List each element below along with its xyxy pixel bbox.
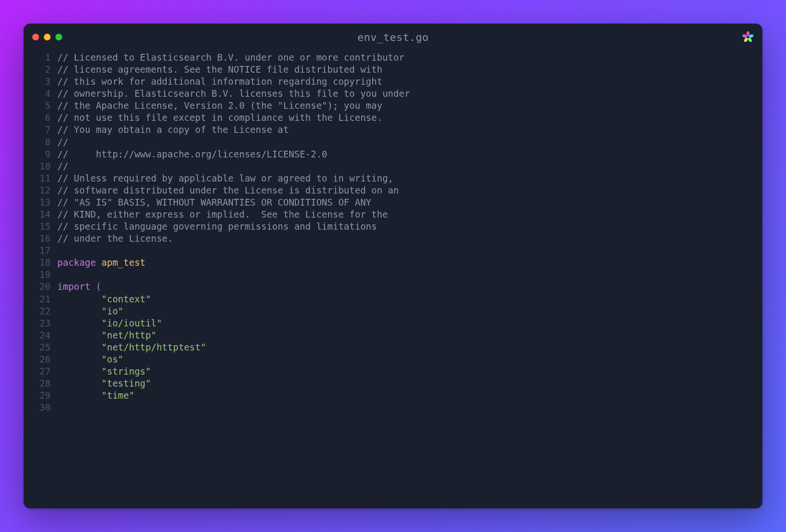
code-line: 17 (24, 245, 762, 257)
line-number: 6 (24, 112, 57, 124)
token-keyword: import (57, 281, 91, 292)
line-content: "context" (57, 293, 762, 305)
line-content: // specific language governing permissio… (57, 221, 762, 233)
code-line: 26 "os" (24, 353, 762, 365)
token-comment: // "AS IS" BASIS, WITHOUT WARRANTIES OR … (57, 197, 371, 208)
line-content: "strings" (57, 365, 762, 377)
line-content: "io" (57, 305, 762, 317)
token-plain (57, 354, 102, 364)
code-line: 3// this work for additional information… (24, 76, 762, 88)
line-content: // You may obtain a copy of the License … (57, 124, 762, 136)
token-comment: // Licensed to Elasticsearch B.V. under … (57, 52, 405, 63)
token-comment: // license agreements. See the NOTICE fi… (57, 64, 382, 75)
token-comment: // You may obtain a copy of the License … (57, 124, 288, 135)
app-logo-icon (742, 31, 754, 43)
code-line: 11// Unless required by applicable law o… (24, 172, 762, 184)
token-plain (57, 342, 102, 352)
line-content: // Licensed to Elasticsearch B.V. under … (57, 52, 762, 64)
line-number: 15 (24, 221, 57, 233)
line-number: 9 (24, 148, 57, 160)
editor-window: env_test.go 1// Licensed to Elasticsearc… (24, 24, 762, 508)
line-content (57, 245, 762, 257)
code-line: 6// not use this file except in complian… (24, 112, 762, 124)
line-content: // not use this file except in complianc… (57, 112, 762, 124)
code-line: 5// the Apache License, Version 2.0 (the… (24, 100, 762, 112)
token-plain (57, 366, 102, 376)
line-number: 17 (24, 245, 57, 257)
code-line: 27 "strings" (24, 365, 762, 377)
svg-point-5 (747, 36, 749, 38)
token-plain (57, 390, 102, 401)
line-content: // ownership. Elasticsearch B.V. license… (57, 88, 762, 100)
line-number: 18 (24, 257, 57, 269)
line-content: "time" (57, 389, 762, 402)
zoom-icon[interactable] (55, 34, 62, 40)
line-number: 27 (24, 365, 57, 377)
line-number: 4 (24, 88, 57, 100)
code-line: 16// under the License. (24, 233, 762, 245)
token-string: "strings" (102, 366, 151, 376)
line-number: 23 (24, 317, 57, 329)
line-content: // license agreements. See the NOTICE fi… (57, 64, 762, 76)
code-line: 20import ( (24, 281, 762, 293)
token-string: "testing" (102, 378, 151, 389)
code-line: 12// software distributed under the Lice… (24, 184, 762, 196)
code-area[interactable]: 1// Licensed to Elasticsearch B.V. under… (24, 48, 762, 425)
code-line: 9// http://www.apache.org/licenses/LICEN… (24, 148, 762, 160)
line-number: 14 (24, 208, 57, 221)
line-number: 1 (24, 52, 57, 64)
code-line: 10// (24, 160, 762, 172)
line-number: 7 (24, 124, 57, 136)
line-content: // the Apache License, Version 2.0 (the … (57, 100, 762, 112)
window-controls (32, 34, 62, 40)
code-line: 30 (24, 402, 762, 414)
code-line: 21 "context" (24, 293, 762, 305)
line-number: 16 (24, 233, 57, 245)
token-plain (57, 378, 102, 389)
code-line: 29 "time" (24, 389, 762, 402)
token-comment: // specific language governing permissio… (57, 221, 377, 232)
token-string: "time" (102, 390, 135, 401)
code-line: 15// specific language governing permiss… (24, 221, 762, 233)
token-plain (96, 257, 101, 268)
code-line: 28 "testing" (24, 377, 762, 389)
line-content: // under the License. (57, 233, 762, 245)
token-string: "net/http/httptest" (102, 342, 206, 352)
line-content: "testing" (57, 377, 762, 389)
token-comment: // under the License. (57, 233, 173, 244)
line-number: 26 (24, 353, 57, 365)
token-string: "io/ioutil" (102, 318, 162, 328)
line-number: 10 (24, 160, 57, 172)
token-comment: // http://www.apache.org/licenses/LICENS… (57, 149, 328, 159)
line-number: 22 (24, 305, 57, 317)
line-content: "os" (57, 353, 762, 365)
svg-point-0 (747, 31, 749, 36)
line-number: 13 (24, 196, 57, 208)
token-string: "io" (102, 306, 124, 316)
token-string: "net/http" (102, 330, 157, 340)
close-icon[interactable] (32, 34, 39, 40)
code-line: 13// "AS IS" BASIS, WITHOUT WARRANTIES O… (24, 196, 762, 208)
line-number: 2 (24, 64, 57, 76)
line-content: "io/ioutil" (57, 317, 762, 329)
line-number: 25 (24, 341, 57, 353)
code-line: 25 "net/http/httptest" (24, 341, 762, 353)
code-line: 4// ownership. Elasticsearch B.V. licens… (24, 88, 762, 100)
line-content: "net/http/httptest" (57, 341, 762, 353)
code-line: 24 "net/http" (24, 329, 762, 341)
line-content: // KIND, either express or implied. See … (57, 208, 762, 221)
line-content (57, 402, 762, 414)
code-line: 22 "io" (24, 305, 762, 317)
code-line: 1// Licensed to Elasticsearch B.V. under… (24, 52, 762, 64)
token-ident: apm_test (102, 257, 146, 268)
token-comment: // this work for additional information … (57, 76, 382, 87)
code-line: 23 "io/ioutil" (24, 317, 762, 329)
line-content: // (57, 136, 762, 148)
code-line: 2// license agreements. See the NOTICE f… (24, 64, 762, 76)
line-content: // software distributed under the Licens… (57, 184, 762, 196)
line-number: 5 (24, 100, 57, 112)
minimize-icon[interactable] (44, 34, 51, 40)
token-plain (57, 318, 102, 328)
token-plain (57, 330, 102, 340)
token-comment: // (57, 161, 68, 171)
